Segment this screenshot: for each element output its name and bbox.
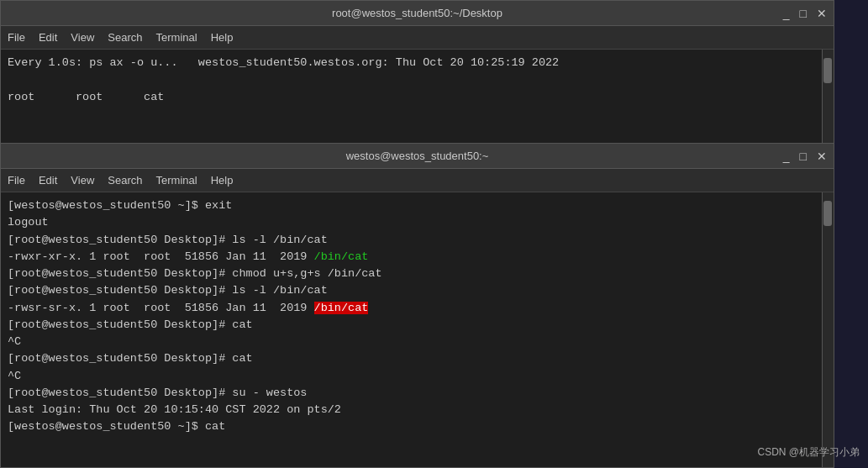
top-menu-help[interactable]: Help [211,31,234,44]
bottom-line-13: Last login: Thu Oct 20 10:15:40 CST 2022… [8,402,827,418]
bottom-line-6: [root@westos_student50 Desktop]# ls -l /… [8,282,827,299]
bottom-window-title: westos@westos_student50:~ [346,150,489,162]
bottom-line-8: [root@westos_student50 Desktop]# cat [8,317,827,334]
bottom-line-14: [westos@westos_student50 ~]$ cat [8,418,827,435]
bottom-close-button[interactable]: ✕ [817,150,827,162]
top-menu-bar: File Edit View Search Terminal Help [1,26,834,50]
top-menu-file[interactable]: File [8,31,25,44]
bottom-terminal-content: [westos@westos_student50 ~]$ exit logout… [1,192,834,441]
bottom-scrollbar-thumb[interactable] [823,201,832,226]
bottom-menu-edit[interactable]: Edit [39,174,57,187]
bottom-line-11: ^C [8,368,827,385]
bottom-line-12: [root@westos_student50 Desktop]# su - we… [8,385,827,402]
bottom-line-10: [root@westos_student50 Desktop]# cat [8,350,827,367]
bottom-line-3: [root@westos_student50 Desktop]# ls -l /… [8,232,827,249]
green-bin-cat-1: /bin/cat [314,250,369,263]
top-terminal-content: Every 1.0s: ps ax -o u... westos_student… [1,50,834,111]
bottom-menu-view[interactable]: View [71,174,94,187]
bottom-menu-terminal[interactable]: Terminal [156,174,197,187]
bottom-terminal: westos@westos_student50:~ _ □ ✕ File Edi… [0,143,834,468]
top-menu-terminal[interactable]: Terminal [156,31,197,44]
bottom-menu-file[interactable]: File [8,174,25,187]
bottom-minimize-button[interactable]: _ [783,150,790,162]
bottom-menu-bar: File Edit View Search Terminal Help [1,169,834,192]
top-maximize-button[interactable]: □ [800,8,807,19]
top-scrollbar-thumb[interactable] [823,58,832,83]
top-menu-view[interactable]: View [71,31,94,44]
bottom-line-4: -rwxr-xr-x. 1 root root 51856 Jan 11 201… [8,249,827,266]
top-menu-edit[interactable]: Edit [39,31,57,44]
top-title-bar: root@westos_student50:~/Desktop _ □ ✕ [1,1,834,26]
top-line-1: Every 1.0s: ps ax -o u... westos_student… [8,55,827,71]
top-close-button[interactable]: ✕ [817,8,827,19]
top-scrollbar[interactable] [822,50,834,150]
top-terminal: root@westos_student50:~/Desktop _ □ ✕ Fi… [0,0,834,151]
top-menu-search[interactable]: Search [108,31,142,44]
watermark: CSDN @机器学习小弟 [757,445,860,460]
top-window-controls: _ □ ✕ [783,8,827,19]
bottom-line-9: ^C [8,334,827,350]
bottom-window-controls: _ □ ✕ [783,150,827,162]
bottom-menu-help[interactable]: Help [211,174,234,187]
bottom-line-2: logout [8,214,827,231]
bottom-title-bar: westos@westos_student50:~ _ □ ✕ [1,144,834,169]
bottom-line-7: -rwsr-sr-x. 1 root root 51856 Jan 11 201… [8,300,827,317]
bottom-menu-search[interactable]: Search [108,174,142,187]
red-bin-cat: /bin/cat [314,302,369,314]
top-window-title: root@westos_student50:~/Desktop [332,7,502,19]
bottom-scrollbar[interactable] [822,192,834,467]
bottom-line-5: [root@westos_student50 Desktop]# chmod u… [8,266,827,282]
bottom-maximize-button[interactable]: □ [800,150,807,162]
top-line-2 [8,71,827,88]
top-line-3: root root cat [8,89,827,106]
top-minimize-button[interactable]: _ [783,8,790,19]
bottom-line-1: [westos@westos_student50 ~]$ exit [8,197,827,214]
